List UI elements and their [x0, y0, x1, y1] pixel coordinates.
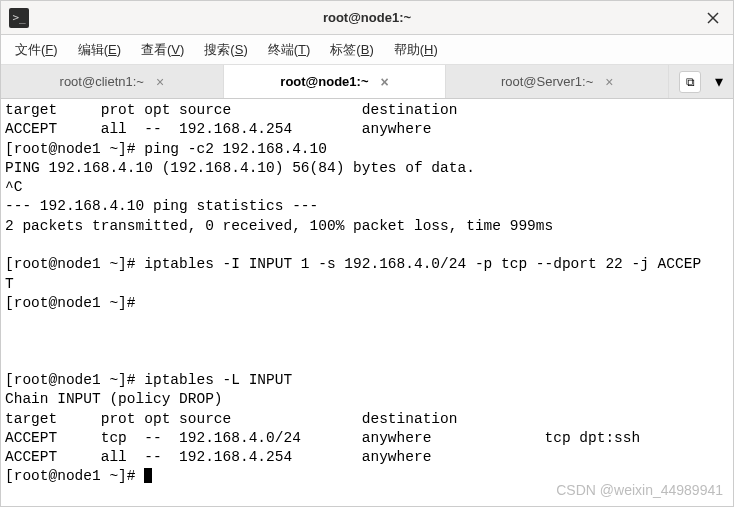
prompt: [root@node1 ~]# [5, 468, 144, 484]
menu-search[interactable]: 搜索(S) [196, 37, 255, 63]
tab-dropdown-icon[interactable]: ▾ [715, 72, 723, 91]
tab-server1[interactable]: root@Server1:~ × [446, 65, 669, 98]
tab-label: root@Server1:~ [501, 74, 593, 89]
cursor-icon [144, 468, 152, 483]
tab-label: root@node1:~ [280, 74, 368, 89]
terminal-output[interactable]: target prot opt source destination ACCEP… [1, 99, 733, 506]
menu-file[interactable]: 文件(F) [7, 37, 66, 63]
menu-terminal[interactable]: 终端(T) [260, 37, 319, 63]
tab-clietn1[interactable]: root@clietn1:~ × [1, 65, 224, 98]
new-tab-button[interactable]: ⧉ [679, 71, 701, 93]
menu-tabs[interactable]: 标签(B) [322, 37, 381, 63]
menubar: 文件(F) 编辑(E) 查看(V) 搜索(S) 终端(T) 标签(B) 帮助(H… [1, 35, 733, 65]
titlebar: >_ root@node1:~ [1, 1, 733, 35]
watermark: CSDN @weixin_44989941 [556, 481, 723, 500]
tab-close-icon[interactable]: × [156, 74, 164, 90]
tab-close-icon[interactable]: × [605, 74, 613, 90]
tab-actions: ⧉ ▾ [669, 65, 733, 98]
tab-close-icon[interactable]: × [380, 74, 388, 90]
tab-node1[interactable]: root@node1:~ × [224, 65, 447, 98]
menu-help[interactable]: 帮助(H) [386, 37, 446, 63]
terminal-app-icon: >_ [9, 8, 29, 28]
tabbar: root@clietn1:~ × root@node1:~ × root@Ser… [1, 65, 733, 99]
menu-edit[interactable]: 编辑(E) [70, 37, 129, 63]
menu-view[interactable]: 查看(V) [133, 37, 192, 63]
tab-label: root@clietn1:~ [60, 74, 144, 89]
window-title: root@node1:~ [323, 10, 411, 25]
close-button[interactable] [701, 6, 725, 30]
